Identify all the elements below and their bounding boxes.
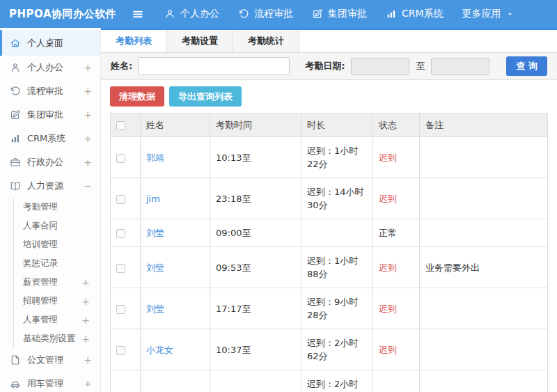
sidebar-item-admin-office[interactable]: 行政办公+	[0, 150, 100, 174]
tab-attendance-stats[interactable]: 考勤统计	[233, 30, 299, 52]
status-text: 正常	[379, 228, 397, 238]
nav-more-apps[interactable]: 更多应用	[462, 8, 514, 20]
select-all-checkbox[interactable]	[116, 121, 125, 130]
sidebar-item-group-approval[interactable]: 集团审批+	[0, 103, 100, 127]
expander-icon: +	[81, 278, 90, 288]
employee-name-link[interactable]: jim	[146, 194, 160, 204]
row-checkbox[interactable]	[116, 264, 125, 273]
hamburger-icon	[131, 7, 145, 21]
note-text	[420, 329, 548, 370]
nav-label: CRM系统	[402, 8, 444, 20]
duration-cell: 迟到：9小时28分	[301, 288, 373, 329]
status-text: 迟到	[379, 262, 397, 273]
duration-cell: 迟到：2小时90分早退：7小时10分	[301, 370, 373, 392]
row-checkbox[interactable]	[116, 154, 125, 163]
sidebar-item-human-resources[interactable]: 人力资源−	[0, 174, 100, 198]
column-header: 状态	[373, 113, 420, 137]
clean-data-button[interactable]: 清理数据	[110, 86, 164, 107]
sidebar-item-label: 用车管理	[27, 377, 63, 390]
status-text: 迟到	[379, 194, 397, 204]
export-list-button[interactable]: 导出查询列表	[169, 86, 242, 107]
sidebar-item-personal-desktop[interactable]: 个人桌面	[0, 30, 100, 56]
tab-attendance-list[interactable]: 考勤列表	[101, 30, 167, 52]
duration-line: 迟到：9小时28分	[307, 295, 367, 322]
row-checkbox[interactable]	[116, 195, 125, 204]
date-to-input[interactable]	[431, 58, 489, 75]
top-nav: 个人办公流程审批集团审批CRM系统更多应用	[164, 8, 514, 20]
employee-name-link[interactable]: 刘莹	[146, 262, 164, 273]
employee-name-link[interactable]: 郭靖	[146, 152, 164, 163]
table-row: 郭靖10:13至迟到：1小时22分迟到	[111, 137, 548, 178]
car-icon	[10, 378, 21, 389]
table-header-row: 姓名考勤时间时长状态备注	[111, 113, 548, 137]
duration-cell	[301, 219, 373, 247]
sidebar-item-vehicle-management[interactable]: 用车管理+	[0, 372, 100, 392]
book-icon	[10, 180, 21, 191]
sidebar-item-label: 人力资源	[27, 180, 63, 192]
chart-icon	[386, 8, 397, 19]
name-input[interactable]	[138, 57, 290, 75]
table-row: 小龙女10:37至迟到：2小时62分迟到	[111, 329, 548, 370]
duration-line: 迟到：2小时90分	[307, 377, 367, 392]
sidebar-item-label: 集团审批	[27, 109, 63, 121]
table-body: 郭靖10:13至迟到：1小时22分迟到jim23:18至迟到：14小时30分迟到…	[111, 137, 548, 392]
sidebar-item-reward-punishment[interactable]: 奖惩记录	[13, 254, 100, 273]
sidebar-item-label: 个人桌面	[27, 37, 63, 49]
row-checkbox[interactable]	[116, 305, 125, 314]
sidebar-item-salary-management[interactable]: 薪资管理+	[13, 273, 100, 292]
nav-workflow-approval[interactable]: 流程审批	[238, 8, 293, 20]
expander-icon: +	[84, 134, 92, 143]
sidebar: 个人桌面个人办公+流程审批+集团审批+CRM系统+行政办公+人力资源−考勤管理人…	[0, 28, 101, 392]
sidebar-item-label: 人事合同	[23, 220, 58, 232]
select-all-cell	[111, 113, 141, 137]
attendance-time: 10:54至10:54	[210, 370, 301, 392]
main-content: 考勤列表考勤设置考勤统计 姓名: 考勤日期: 至 查 询 清理数据 导出查询列表…	[101, 28, 557, 392]
submenu-human-resources: 考勤管理人事合同培训管理奖惩记录薪资管理+招聘管理+人事管理+基础类别设置+	[0, 198, 100, 348]
row-checkbox[interactable]	[116, 229, 125, 238]
employee-name-link[interactable]: 小龙女	[146, 345, 173, 355]
expander-icon: +	[81, 334, 90, 344]
duration-cell: 迟到：2小时62分	[301, 329, 373, 370]
attendance-time: 10:13至	[210, 137, 301, 178]
top-bar: PHPOA协同办公软件 个人办公流程审批集团审批CRM系统更多应用	[0, 0, 557, 28]
row-checkbox[interactable]	[116, 346, 125, 355]
date-label: 考勤日期:	[305, 60, 345, 72]
sidebar-item-personal-office[interactable]: 个人办公+	[0, 56, 100, 79]
column-header: 考勤时间	[210, 113, 301, 137]
table-row: 刘莹09:00至正常	[111, 219, 548, 247]
nav-crm-system[interactable]: CRM系统	[386, 8, 444, 20]
history-icon	[10, 86, 21, 97]
duration-line: 迟到：14小时30分	[307, 185, 367, 212]
sidebar-item-workflow-approval[interactable]: 流程审批+	[0, 79, 100, 103]
duration-line: 迟到：1小时88分	[307, 254, 367, 281]
search-button[interactable]: 查 询	[506, 56, 547, 76]
person-icon	[10, 62, 21, 73]
history-icon	[238, 8, 249, 19]
sidebar-item-label: 行政办公	[27, 156, 63, 168]
sidebar-item-hr-contract[interactable]: 人事合同	[13, 217, 100, 235]
sidebar-item-base-category-settings[interactable]: 基础类别设置+	[13, 329, 100, 348]
sidebar-item-attendance-management[interactable]: 考勤管理	[13, 198, 100, 217]
chart-icon	[10, 133, 21, 144]
sidebar-item-recruitment-management[interactable]: 招聘管理+	[13, 292, 100, 311]
attendance-time: 23:18至	[210, 178, 301, 219]
nav-group-approval[interactable]: 集团审批	[312, 8, 367, 20]
duration-cell: 迟到：1小时88分	[301, 247, 373, 288]
expander-icon: −	[84, 181, 92, 191]
sidebar-item-label: 公文管理	[27, 354, 63, 366]
to-label: 至	[416, 60, 425, 72]
employee-name-link[interactable]: 刘莹	[146, 228, 164, 238]
edit-icon	[312, 8, 323, 19]
duration-line: 迟到：2小时62分	[307, 336, 367, 363]
sidebar-item-label: 个人办公	[27, 61, 63, 74]
sidebar-item-label: 招聘管理	[23, 295, 58, 307]
menu-toggle-button[interactable]	[131, 7, 145, 21]
sidebar-item-document-management[interactable]: 公文管理+	[0, 348, 100, 372]
nav-personal-office[interactable]: 个人办公	[164, 8, 219, 20]
sidebar-item-training-management[interactable]: 培训管理	[13, 235, 100, 254]
employee-name-link[interactable]: 刘莹	[146, 304, 164, 314]
sidebar-item-personnel-management[interactable]: 人事管理+	[13, 311, 100, 329]
sidebar-item-crm-system[interactable]: CRM系统+	[0, 127, 100, 150]
tab-attendance-settings[interactable]: 考勤设置	[167, 30, 233, 52]
date-from-input[interactable]	[351, 58, 409, 75]
